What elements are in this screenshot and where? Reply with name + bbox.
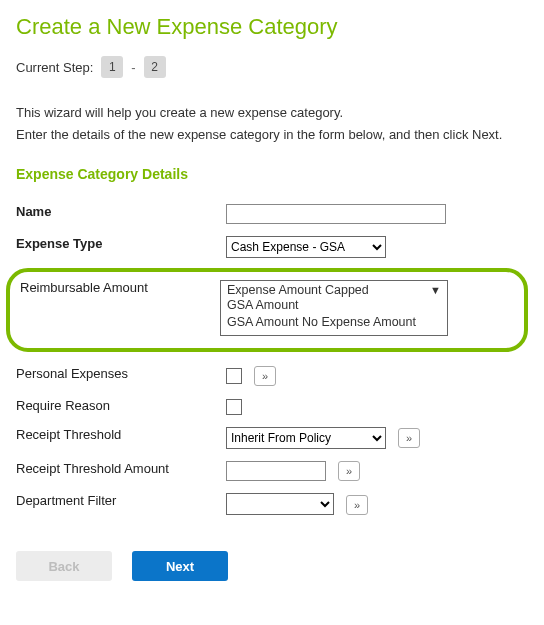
form-table: Name Expense Type Cash Expense - GSA Rei…	[16, 198, 528, 521]
name-input[interactable]	[226, 204, 446, 224]
step-1[interactable]: 1	[101, 56, 123, 78]
step-indicator: Current Step: 1 - 2	[16, 56, 528, 78]
personal-expenses-checkbox[interactable]	[226, 368, 242, 384]
back-button[interactable]: Back	[16, 551, 112, 581]
require-reason-label: Require Reason	[16, 392, 226, 421]
personal-expenses-label: Personal Expenses	[16, 360, 226, 392]
department-filter-more-button[interactable]: »	[346, 495, 368, 515]
chevron-down-icon[interactable]: ▼	[430, 284, 441, 296]
expense-type-label: Expense Type	[16, 230, 226, 264]
department-filter-label: Department Filter	[16, 487, 226, 521]
receipt-threshold-amount-input[interactable]	[226, 461, 326, 481]
require-reason-checkbox[interactable]	[226, 399, 242, 415]
receipt-threshold-more-button[interactable]: »	[398, 428, 420, 448]
page-title: Create a New Expense Category	[16, 14, 528, 40]
intro-line-2: Enter the details of the new expense cat…	[16, 126, 528, 144]
reimbursable-label: Reimbursable Amount	[10, 274, 220, 342]
next-button[interactable]: Next	[132, 551, 228, 581]
intro-line-1: This wizard will help you create a new e…	[16, 104, 528, 122]
expense-type-select[interactable]: Cash Expense - GSA	[226, 236, 386, 258]
reimbursable-option-1[interactable]: GSA Amount	[227, 297, 441, 314]
reimbursable-option-2[interactable]: GSA Amount No Expense Amount	[227, 314, 441, 331]
step-2[interactable]: 2	[144, 56, 166, 78]
personal-expenses-more-button[interactable]: »	[254, 366, 276, 386]
receipt-threshold-amount-label: Receipt Threshold Amount	[16, 455, 226, 488]
receipt-threshold-label: Receipt Threshold	[16, 421, 226, 455]
receipt-threshold-select[interactable]: Inherit From Policy	[226, 427, 386, 449]
department-filter-select[interactable]	[226, 493, 334, 515]
reimbursable-select[interactable]: Expense Amount Capped ▼ GSA Amount GSA A…	[220, 280, 448, 336]
section-title: Expense Category Details	[16, 166, 528, 182]
step-sep: -	[131, 60, 135, 75]
reimbursable-highlight: Reimbursable Amount Expense Amount Cappe…	[6, 268, 528, 352]
intro-text: This wizard will help you create a new e…	[16, 104, 528, 144]
name-label: Name	[16, 198, 226, 230]
step-label: Current Step:	[16, 60, 93, 75]
receipt-threshold-amount-more-button[interactable]: »	[338, 461, 360, 481]
reimbursable-option-0[interactable]: Expense Amount Capped	[227, 283, 369, 297]
